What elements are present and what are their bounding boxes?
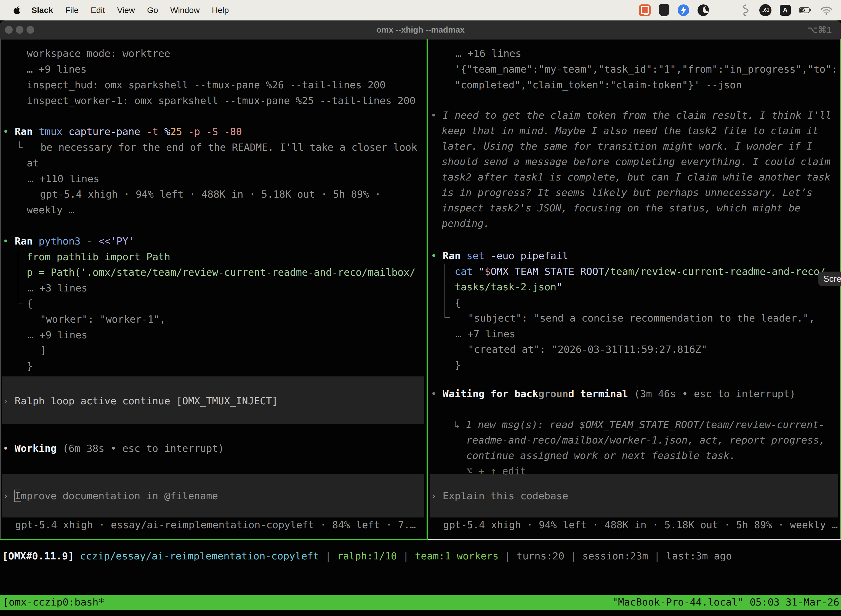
bolt-glyph-icon (678, 4, 689, 16)
session-status-line: gpt-5.4 xhigh · 94% left · 488K in · 5.1… (443, 517, 838, 532)
terminal-line: gpt-5.4 xhigh · 94% left · 488K in · 5.1… (40, 186, 381, 202)
tmux-session-label[interactable]: [omx-cczip0:bash* (3, 595, 104, 610)
input-source-label: A (783, 6, 787, 14)
hook-glyph-icon (740, 4, 749, 16)
menu-file[interactable]: File (65, 6, 78, 15)
terminal-line: … +16 lines (456, 45, 521, 61)
blue-bolt-icon[interactable] (678, 4, 689, 16)
ralph-loop-status: › Ralph loop active continue [OMX_TMUX_I… (3, 393, 278, 409)
grid-shield-icon[interactable] (659, 4, 670, 16)
terminal-line: later. Using the same for transition mig… (442, 138, 813, 154)
terminal-line: continue assigned work or next feasible … (466, 448, 736, 463)
menu-window[interactable]: Window (170, 6, 200, 15)
apple-menu-icon[interactable] (13, 6, 21, 14)
output-connector (18, 251, 23, 304)
badge-61-label: ..61 (762, 7, 769, 13)
ran-python-command: • Ran python3 - <<'PY' (3, 233, 134, 249)
tooltip-label: Scre (823, 274, 841, 284)
window-shortcut-hint: ⌥⌘1 (807, 21, 832, 39)
window-title-bar[interactable]: omx --xhigh --madmax ⌥⌘1 (0, 21, 841, 39)
output-connector (444, 264, 450, 318)
chat-app-icon[interactable] (639, 4, 651, 16)
terminal-line: "completed","claim_token":"claim-token"}… (455, 77, 742, 93)
terminal-line: task2 after task1 is complete, but can I… (442, 169, 831, 185)
terminal-line: } (27, 358, 33, 374)
desktop-screen: SlackFileEditViewGoWindowHelp ..61 A (0, 0, 841, 616)
terminal-line: pending. (442, 216, 489, 231)
terminal-line: … +7 lines (456, 326, 516, 342)
working-status: • Working (6m 38s • esc to interrupt) (3, 440, 224, 456)
terminal-line: "created_at": "2026-03-31T11:59:27.816Z" (468, 342, 707, 357)
menu-slack[interactable]: Slack (31, 6, 53, 15)
terminal-line: tasks/task-2.json" (455, 279, 562, 295)
terminal-line: … +110 lines (28, 171, 99, 186)
tmux-host-clock-label: "MacBook-Pro-44.local" 05:03 31-Mar-26 (612, 595, 840, 610)
battery-icon[interactable] (799, 4, 812, 16)
new-message-note: ↳ 1 new msg(s): read $OMX_TEAM_STATE_ROO… (454, 417, 825, 433)
terminal-line: } (455, 357, 461, 373)
terminal-line: is in progress? It seems likely but perh… (442, 185, 813, 200)
terminal-line: weekly … (27, 202, 75, 218)
input-source-icon[interactable]: A (780, 5, 791, 16)
terminal-line: from pathlib import Path (27, 249, 170, 265)
composer-placeholder[interactable]: › Improve documentation in @filename (3, 488, 218, 504)
omx-status-line: [OMX#0.11.9] cczip/essay/ai-reimplementa… (2, 548, 732, 564)
pane-divider[interactable] (426, 39, 428, 540)
terminal-line: readme-and-reco/mailbox/worker-1.json, a… (466, 432, 825, 448)
ran-tmux-command: • Ran tmux capture-pane -t %25 -p -S -80 (3, 124, 242, 139)
terminal-line: { (27, 296, 33, 311)
terminal-line: … +9 lines (28, 327, 88, 343)
terminal-line: p = Path('.omx/state/team/review-current… (27, 264, 416, 280)
dots-grid-icon[interactable] (717, 4, 730, 16)
terminal-line: '{"team_name":"my-team","task_id":"1","f… (455, 61, 837, 77)
terminal-line: … +3 lines (28, 280, 88, 296)
composer-placeholder[interactable]: › Explain this codebase (431, 488, 568, 504)
terminal-line: inspect task2's JSON, focusing on the st… (442, 200, 800, 216)
terminal-line: { (455, 295, 461, 311)
menu-go[interactable]: Go (147, 6, 158, 15)
battery-glyph-icon (799, 7, 812, 14)
ran-set-command: • Ran set -euo pipefail (431, 248, 568, 264)
terminal-line: cat "$OMX_TEAM_STATE_ROOT/team/review-cu… (455, 264, 826, 279)
terminal-line: inspect_hud: omx sparkshell --tmux-pane … (27, 77, 385, 93)
terminal-line: … +9 lines (27, 61, 86, 77)
crescent-icon[interactable] (697, 4, 709, 16)
terminal-line: at (27, 155, 39, 171)
screen-share-tooltip: Scre (818, 271, 841, 286)
menubar-status-icons: ..61 A (639, 0, 833, 21)
text-cursor: I (14, 490, 21, 502)
menu-edit[interactable]: Edit (91, 6, 105, 15)
menu-view[interactable]: View (117, 6, 135, 15)
session-status-line: gpt-5.4 xhigh · essay/ai-reimplementatio… (15, 517, 416, 532)
apple-logo-icon (13, 6, 21, 14)
edit-hint: ⌥ + ↑ edit (466, 463, 526, 479)
tmux-status-bar: [omx-cczip0:bash* "MacBook-Pro-44.local"… (0, 595, 841, 610)
wifi-glyph-icon (820, 6, 832, 15)
waiting-status: • Waiting for background terminal (3m 46… (431, 386, 796, 402)
terminal-line: "worker": "worker-1", (40, 311, 166, 327)
badge-61-icon[interactable]: ..61 (759, 4, 771, 16)
menu-bar: SlackFileEditViewGoWindowHelp ..61 A (0, 0, 841, 21)
terminal-content: workspace_mode: worktree… +9 linesinspec… (0, 39, 841, 616)
window-title: omx --xhigh --madmax (0, 21, 841, 39)
terminal-line: should send a message before completing … (442, 154, 831, 169)
right-terminal-pane[interactable]: … +16 lines'{"team_name":"my-team","task… (428, 39, 841, 540)
terminal-line: workspace_mode: worktree (27, 45, 170, 61)
wifi-icon[interactable] (820, 4, 833, 16)
left-terminal-pane[interactable]: workspace_mode: worktree… +9 linesinspec… (0, 39, 426, 540)
menu-help[interactable]: Help (212, 6, 229, 15)
hook-icon[interactable] (738, 4, 751, 16)
terminal-line: └ be necessary for the end of the README… (16, 139, 417, 155)
thinking-text: • I need to get the claim token from the… (431, 107, 831, 123)
menu-item-list: SlackFileEditViewGoWindowHelp (31, 6, 229, 15)
terminal-line: keep that in mind. Maybe I also need the… (442, 123, 818, 139)
terminal-line: inspect_worker-1: omx sparkshell --tmux-… (27, 93, 416, 109)
terminal-line: ] (40, 343, 46, 358)
terminal-line: "subject": "send a concise recommendatio… (468, 310, 815, 326)
